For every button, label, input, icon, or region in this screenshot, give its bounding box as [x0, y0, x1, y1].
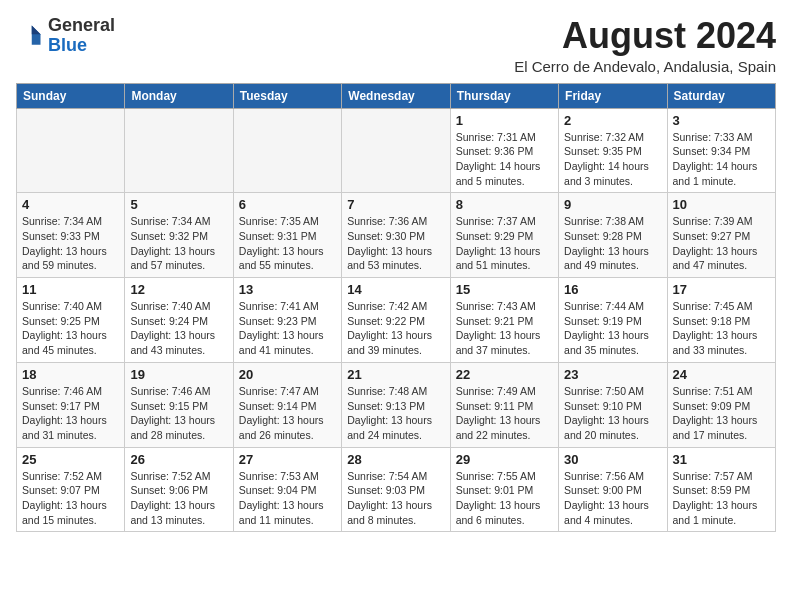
calendar-cell: [233, 108, 341, 193]
calendar-cell: [17, 108, 125, 193]
week-row-4: 18Sunrise: 7:46 AM Sunset: 9:17 PM Dayli…: [17, 362, 776, 447]
cell-date-number: 7: [347, 197, 444, 212]
week-row-3: 11Sunrise: 7:40 AM Sunset: 9:25 PM Dayli…: [17, 278, 776, 363]
calendar-cell: 24Sunrise: 7:51 AM Sunset: 9:09 PM Dayli…: [667, 362, 775, 447]
cell-content: Sunrise: 7:32 AM Sunset: 9:35 PM Dayligh…: [564, 130, 661, 189]
weekday-header-monday: Monday: [125, 83, 233, 108]
cell-date-number: 23: [564, 367, 661, 382]
calendar-cell: 9Sunrise: 7:38 AM Sunset: 9:28 PM Daylig…: [559, 193, 667, 278]
cell-content: Sunrise: 7:37 AM Sunset: 9:29 PM Dayligh…: [456, 214, 553, 273]
cell-content: Sunrise: 7:48 AM Sunset: 9:13 PM Dayligh…: [347, 384, 444, 443]
logo: General Blue: [16, 16, 115, 56]
cell-content: Sunrise: 7:46 AM Sunset: 9:17 PM Dayligh…: [22, 384, 119, 443]
cell-date-number: 27: [239, 452, 336, 467]
cell-date-number: 21: [347, 367, 444, 382]
cell-date-number: 30: [564, 452, 661, 467]
cell-content: Sunrise: 7:51 AM Sunset: 9:09 PM Dayligh…: [673, 384, 770, 443]
cell-date-number: 12: [130, 282, 227, 297]
cell-date-number: 13: [239, 282, 336, 297]
calendar-cell: 3Sunrise: 7:33 AM Sunset: 9:34 PM Daylig…: [667, 108, 775, 193]
calendar-cell: 12Sunrise: 7:40 AM Sunset: 9:24 PM Dayli…: [125, 278, 233, 363]
cell-content: Sunrise: 7:42 AM Sunset: 9:22 PM Dayligh…: [347, 299, 444, 358]
cell-date-number: 2: [564, 113, 661, 128]
weekday-header-sunday: Sunday: [17, 83, 125, 108]
cell-content: Sunrise: 7:34 AM Sunset: 9:33 PM Dayligh…: [22, 214, 119, 273]
logo-icon: [16, 22, 44, 50]
calendar-cell: 29Sunrise: 7:55 AM Sunset: 9:01 PM Dayli…: [450, 447, 558, 532]
calendar-cell: 14Sunrise: 7:42 AM Sunset: 9:22 PM Dayli…: [342, 278, 450, 363]
calendar-cell: 15Sunrise: 7:43 AM Sunset: 9:21 PM Dayli…: [450, 278, 558, 363]
cell-content: Sunrise: 7:46 AM Sunset: 9:15 PM Dayligh…: [130, 384, 227, 443]
calendar-table: SundayMondayTuesdayWednesdayThursdayFrid…: [16, 83, 776, 533]
cell-date-number: 9: [564, 197, 661, 212]
weekday-header-thursday: Thursday: [450, 83, 558, 108]
calendar-cell: 7Sunrise: 7:36 AM Sunset: 9:30 PM Daylig…: [342, 193, 450, 278]
month-title: August 2024: [514, 16, 776, 56]
week-row-1: 1Sunrise: 7:31 AM Sunset: 9:36 PM Daylig…: [17, 108, 776, 193]
cell-content: Sunrise: 7:39 AM Sunset: 9:27 PM Dayligh…: [673, 214, 770, 273]
cell-date-number: 8: [456, 197, 553, 212]
cell-date-number: 14: [347, 282, 444, 297]
calendar-cell: 19Sunrise: 7:46 AM Sunset: 9:15 PM Dayli…: [125, 362, 233, 447]
calendar-cell: 25Sunrise: 7:52 AM Sunset: 9:07 PM Dayli…: [17, 447, 125, 532]
cell-content: Sunrise: 7:56 AM Sunset: 9:00 PM Dayligh…: [564, 469, 661, 528]
calendar-cell: [342, 108, 450, 193]
cell-date-number: 19: [130, 367, 227, 382]
cell-date-number: 3: [673, 113, 770, 128]
cell-date-number: 25: [22, 452, 119, 467]
week-row-5: 25Sunrise: 7:52 AM Sunset: 9:07 PM Dayli…: [17, 447, 776, 532]
logo-general-text: General: [48, 15, 115, 35]
cell-date-number: 22: [456, 367, 553, 382]
calendar-cell: [125, 108, 233, 193]
calendar-cell: 20Sunrise: 7:47 AM Sunset: 9:14 PM Dayli…: [233, 362, 341, 447]
weekday-header-friday: Friday: [559, 83, 667, 108]
cell-date-number: 1: [456, 113, 553, 128]
cell-date-number: 11: [22, 282, 119, 297]
calendar-cell: 2Sunrise: 7:32 AM Sunset: 9:35 PM Daylig…: [559, 108, 667, 193]
calendar-cell: 8Sunrise: 7:37 AM Sunset: 9:29 PM Daylig…: [450, 193, 558, 278]
calendar-cell: 4Sunrise: 7:34 AM Sunset: 9:33 PM Daylig…: [17, 193, 125, 278]
title-block: August 2024 El Cerro de Andevalo, Andalu…: [514, 16, 776, 75]
cell-content: Sunrise: 7:45 AM Sunset: 9:18 PM Dayligh…: [673, 299, 770, 358]
calendar-cell: 27Sunrise: 7:53 AM Sunset: 9:04 PM Dayli…: [233, 447, 341, 532]
cell-content: Sunrise: 7:35 AM Sunset: 9:31 PM Dayligh…: [239, 214, 336, 273]
calendar-cell: 5Sunrise: 7:34 AM Sunset: 9:32 PM Daylig…: [125, 193, 233, 278]
calendar-cell: 22Sunrise: 7:49 AM Sunset: 9:11 PM Dayli…: [450, 362, 558, 447]
cell-content: Sunrise: 7:36 AM Sunset: 9:30 PM Dayligh…: [347, 214, 444, 273]
location-text: El Cerro de Andevalo, Andalusia, Spain: [514, 58, 776, 75]
cell-content: Sunrise: 7:40 AM Sunset: 9:25 PM Dayligh…: [22, 299, 119, 358]
weekday-header-wednesday: Wednesday: [342, 83, 450, 108]
cell-content: Sunrise: 7:53 AM Sunset: 9:04 PM Dayligh…: [239, 469, 336, 528]
cell-content: Sunrise: 7:34 AM Sunset: 9:32 PM Dayligh…: [130, 214, 227, 273]
logo-blue-text: Blue: [48, 35, 87, 55]
calendar-cell: 23Sunrise: 7:50 AM Sunset: 9:10 PM Dayli…: [559, 362, 667, 447]
cell-content: Sunrise: 7:33 AM Sunset: 9:34 PM Dayligh…: [673, 130, 770, 189]
cell-content: Sunrise: 7:40 AM Sunset: 9:24 PM Dayligh…: [130, 299, 227, 358]
cell-date-number: 17: [673, 282, 770, 297]
cell-content: Sunrise: 7:55 AM Sunset: 9:01 PM Dayligh…: [456, 469, 553, 528]
cell-date-number: 29: [456, 452, 553, 467]
cell-content: Sunrise: 7:52 AM Sunset: 9:07 PM Dayligh…: [22, 469, 119, 528]
cell-content: Sunrise: 7:49 AM Sunset: 9:11 PM Dayligh…: [456, 384, 553, 443]
svg-marker-1: [32, 25, 41, 34]
cell-content: Sunrise: 7:41 AM Sunset: 9:23 PM Dayligh…: [239, 299, 336, 358]
calendar-cell: 26Sunrise: 7:52 AM Sunset: 9:06 PM Dayli…: [125, 447, 233, 532]
week-row-2: 4Sunrise: 7:34 AM Sunset: 9:33 PM Daylig…: [17, 193, 776, 278]
cell-date-number: 16: [564, 282, 661, 297]
page-header: General Blue August 2024 El Cerro de And…: [16, 16, 776, 75]
cell-date-number: 28: [347, 452, 444, 467]
calendar-cell: 21Sunrise: 7:48 AM Sunset: 9:13 PM Dayli…: [342, 362, 450, 447]
calendar-cell: 31Sunrise: 7:57 AM Sunset: 8:59 PM Dayli…: [667, 447, 775, 532]
cell-content: Sunrise: 7:38 AM Sunset: 9:28 PM Dayligh…: [564, 214, 661, 273]
cell-content: Sunrise: 7:57 AM Sunset: 8:59 PM Dayligh…: [673, 469, 770, 528]
calendar-cell: 16Sunrise: 7:44 AM Sunset: 9:19 PM Dayli…: [559, 278, 667, 363]
calendar-cell: 1Sunrise: 7:31 AM Sunset: 9:36 PM Daylig…: [450, 108, 558, 193]
cell-date-number: 4: [22, 197, 119, 212]
cell-date-number: 15: [456, 282, 553, 297]
calendar-cell: 30Sunrise: 7:56 AM Sunset: 9:00 PM Dayli…: [559, 447, 667, 532]
cell-date-number: 6: [239, 197, 336, 212]
weekday-header-saturday: Saturday: [667, 83, 775, 108]
cell-date-number: 26: [130, 452, 227, 467]
calendar-cell: 28Sunrise: 7:54 AM Sunset: 9:03 PM Dayli…: [342, 447, 450, 532]
cell-date-number: 10: [673, 197, 770, 212]
